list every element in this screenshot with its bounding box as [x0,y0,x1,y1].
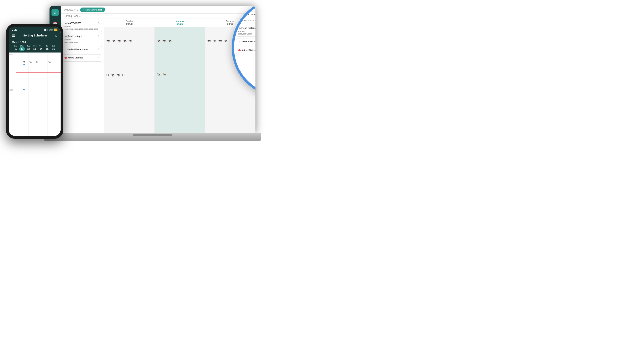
zoom-task-unidentified[interactable]: ⚠ Unidentified Animals ↻ [236,38,256,45]
phone-body: 00:00 12:00 🐄 🐟 � [9,53,60,136]
cow-teal-icon-s3: 🐄 [123,39,127,43]
phone-animals-thu-1: ▲ [42,62,44,65]
phone-grid: 🐄 🐟 🐟 🐄 [16,53,60,136]
animal-row-monday-2: 🐄 🐄 [157,73,166,77]
zoom-task-distress[interactable]: 🔴 Active Distress ↻ [236,47,256,54]
phone-wday-thu: Thu [38,45,44,47]
phone-date-14[interactable]: 14 [38,47,44,51]
phone-animals-fri-1: 🐄 [48,61,51,63]
cow-red-icon-m2: 🐄 [162,73,166,77]
animal-row-sunday-2: ⊙ 🐄 🐄 ⊙ [106,73,125,77]
task-sub-mast: Animals [64,25,100,28]
phone-animals-mon-2: 🐟 [22,63,25,65]
refresh-icon-unidentified[interactable]: ↻ [98,48,100,51]
alert-distress-icon: 🔴 [64,57,67,59]
task-date-label: 04/30/2024 - 1 [64,9,78,11]
cow-red-icon-s2: 🐄 [116,73,120,77]
cow-teal-icon-m2: 🐄 [168,39,172,43]
sorting-header: Sorting Sche... [60,14,256,19]
phone-cow-m1: 🐄 [22,61,25,63]
phone-col-sat [54,53,60,136]
zoom-sub-flesh: Animals [238,30,256,32]
phone-date-11[interactable]: 11 [19,47,25,51]
zoom-task-flesh[interactable]: 🐄 Flesh redtape ↻ Animals 2382, 2804, 28… [236,25,256,37]
sidebar-icon-home[interactable]: ⊙ [52,9,58,16]
calendar-header: Sunday 04/28 Monday 04/29 Tuesday 04/30 [104,19,256,27]
task-animals-flesh: 2382, 2804, 2868 [64,41,100,43]
refresh-icon-mast[interactable]: ↻ [98,22,100,25]
phone-cow-f1: 🐄 [48,61,51,63]
plus-icon: + [83,9,84,11]
cow-red-icon-s1: 🐄 [117,39,121,43]
cow-teal-icon-s5: 🐄 [111,73,115,77]
phone-col-wed: 🐄 [35,53,42,136]
phone-header: ☰ Sorting Scheduler ⌕ [9,32,60,40]
cow-teal-icon-m3: 🐄 [157,73,160,77]
new-sorting-task-button[interactable]: + New Sorting Task [80,8,105,12]
phone-time-00: 00:00 [9,53,16,89]
phone-menu-icon[interactable]: ☰ [12,33,15,38]
phone-date-15[interactable]: 15 [44,47,50,51]
phone-fish-m2: 🐟 [22,88,25,91]
laptop-screen: ⊙ 📅 ☰ 04/30/2024 - 1 + New Sorting Task … [50,6,256,133]
task-list-panel: 🐄 MAST COWS ↻ Animals 1163, 1962, 1060, … [60,19,104,133]
scene: ⊙ 📅 ☰ 04/30/2024 - 1 + New Sorting Task … [0,0,322,171]
cow-red-icon-m1: 🐄 [162,39,166,43]
cow-teal-icon-s2: 🐄 [112,39,116,43]
app-container: ⊙ 📅 ☰ 04/30/2024 - 1 + New Sorting Task … [50,6,256,133]
phone-animals-wed-1: 🐄 [36,61,38,63]
phone-wday-fri: Fri [44,45,50,47]
wifi-icon: WiFi [49,29,53,31]
calendar-area: 🐄 MAST COWS ↻ Animals 1163, 1962, 1060, … [60,19,256,133]
phone-search-icon[interactable]: ⌕ [55,34,58,38]
cal-header-monday-label: Monday [156,20,204,22]
sorting-label: Sorting Sche... [64,15,80,18]
person-icon-s1: ⊙ [106,73,109,77]
phone-date-10[interactable]: 10 [13,47,19,51]
zoom-alert-distress-icon: 🔴 [238,49,240,51]
new-task-label: New Sorting Task [85,9,102,11]
phone-shell: 2:29 ▌▌▌ WiFi 77 ☰ Sorting Scheduler ⌕ M… [6,24,63,139]
task-title-mast: MAST COWS [68,22,81,24]
phone-calendar-header: March 2024 Sun Mon Tue Wed Thu Fri Sat 1… [9,40,60,53]
task-item-unidentified[interactable]: ⚠ Unidentified Animals ↻ [62,46,102,53]
phone-date-16[interactable]: 16 [50,47,57,51]
task-item-distress[interactable]: 🔴 Active Distress ↻ [62,55,102,62]
task-sub-flesh: Animals [64,39,100,41]
task-item-flesh[interactable]: 🐄 Flesh redtape ↻ Animals 2382, 2804, 28… [62,33,102,45]
laptop-shell: ⊙ 📅 ☰ 04/30/2024 - 1 + New Sorting Task … [44,6,262,149]
cal-header-sunday-label: Sunday [105,20,154,22]
phone-animals-mon-1: 🐄 [22,61,25,63]
refresh-icon-distress[interactable]: ↻ [98,56,100,59]
cal-header-sunday-date: 04/28 [105,22,154,25]
phone-date-12[interactable]: 12 [25,47,32,51]
cow-teal-icon-t3: 🐄 [224,39,228,43]
cow-red-icon-t1: 🐄 [218,39,222,43]
alert-unidentified-icon: ⚠ [64,48,66,51]
task-panel-header: 04/30/2024 - 1 + New Sorting Task × [60,6,256,14]
task-item-mast-cows[interactable]: 🐄 MAST COWS ↻ Animals 1163, 1962, 1060, … [62,20,102,32]
teal-cow-icon: 🐄 [64,22,67,24]
battery-icon: 77 [54,29,58,31]
phone-col-fri: 🐄 [48,53,54,136]
phone-cow-w1: 🐄 [36,61,38,63]
cal-header-sunday: Sunday 04/28 [104,19,155,27]
phone-fish-m1: 🐟 [22,63,25,65]
red-cow-icon: 🐄 [64,35,67,38]
phone-week-days: Sun Mon Tue Wed Thu Fri Sat [12,45,58,47]
cal-col-monday: 🐄 🐄 🐄 🐄 🐄 [155,27,205,133]
main-content: 04/30/2024 - 1 + New Sorting Task × Sort… [60,6,256,133]
task-animals-mast: 1163, 1962, 1060, 2350, 1180, 2072, 2562 [64,28,100,30]
zoom-task-title-distress: Active Distress [242,49,256,51]
phone-wday-tue: Tue [25,45,32,47]
phone-wday-wed: Wed [32,45,38,47]
cow-teal-icon-t1: 🐄 [207,39,211,43]
refresh-icon-flesh[interactable]: ↻ [98,35,100,38]
calendar-grid: Sunday 04/28 Monday 04/29 Tuesday 04/30 [104,19,256,133]
phone-app-title: Sorting Scheduler [23,34,47,37]
cal-col-sunday: 🐄 🐄 🐄 🐄 🐄 ⊙ 🐄 [104,27,155,133]
signal-icon: ▌▌▌ [44,29,48,31]
phone-alert-th1: ▲ [42,62,44,65]
phone-date-13[interactable]: 13 [32,47,38,51]
zoom-cow-red-icon: 🐄 [238,27,240,29]
